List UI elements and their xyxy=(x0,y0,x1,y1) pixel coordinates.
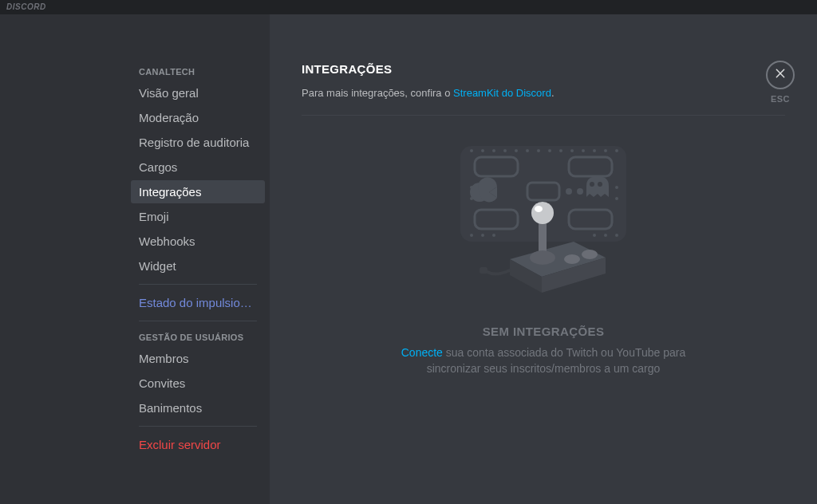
svg-point-27 xyxy=(615,197,618,200)
sidebar-separator xyxy=(139,321,257,321)
close-icon xyxy=(774,67,787,83)
sidebar-item-label: Webhooks xyxy=(139,234,195,248)
svg-point-43 xyxy=(531,202,554,224)
svg-point-33 xyxy=(615,234,618,237)
sidebar-item-members[interactable]: Membros xyxy=(131,347,265,370)
empty-state-title: SEM INTEGRAÇÕES xyxy=(302,325,785,338)
streamkit-link[interactable]: StreamKit do Discord xyxy=(453,87,551,99)
svg-point-29 xyxy=(481,234,484,237)
svg-point-21 xyxy=(593,149,596,152)
sidebar-item-label: Estado do impulsionam... xyxy=(139,296,265,309)
sidebar-item-label: Widget xyxy=(139,259,176,273)
svg-point-8 xyxy=(566,188,572,195)
sidebar-item-label: Excluir servidor xyxy=(139,438,221,451)
sidebar-separator xyxy=(139,426,257,427)
close-button[interactable] xyxy=(766,61,795,89)
svg-point-17 xyxy=(548,149,551,152)
svg-point-44 xyxy=(535,206,543,212)
sidebar-item-delete-server[interactable]: Excluir servidor xyxy=(131,433,265,456)
svg-point-14 xyxy=(515,149,518,152)
svg-point-40 xyxy=(582,250,598,259)
subtitle-suffix: . xyxy=(551,87,555,99)
close-area: ESC xyxy=(766,61,795,104)
svg-point-42 xyxy=(530,250,555,265)
svg-point-31 xyxy=(593,234,596,237)
sidebar-separator xyxy=(139,284,257,285)
page-title: INTEGRAÇÕES xyxy=(302,62,785,76)
sidebar-item-audit-log[interactable]: Registro de auditoria xyxy=(131,131,265,154)
svg-point-35 xyxy=(598,182,602,187)
sidebar-item-label: Visão geral xyxy=(139,86,199,100)
app-wordmark: DISCORD xyxy=(6,2,46,11)
svg-point-20 xyxy=(582,149,585,152)
sidebar-header-server: CANALTECH xyxy=(131,62,265,81)
sidebar-item-label: Moderação xyxy=(139,111,199,124)
integrations-empty-state: SEM INTEGRAÇÕES Conecte sua conta associ… xyxy=(302,140,785,377)
empty-state-text: sua conta associada do Twitch ou YouTube… xyxy=(427,346,686,375)
sidebar-item-roles[interactable]: Cargos xyxy=(131,156,265,179)
svg-point-34 xyxy=(590,182,594,187)
sidebar-item-label: Convites xyxy=(139,376,185,390)
svg-point-30 xyxy=(492,234,495,237)
empty-state-description: Conecte sua conta associada do Twitch ou… xyxy=(376,345,711,377)
joystick-illustration-icon xyxy=(432,140,655,302)
svg-point-11 xyxy=(481,149,484,152)
sidebar-header-user-mgmt: GESTÃO DE USUÁRIOS xyxy=(131,328,265,347)
svg-point-25 xyxy=(615,186,618,189)
sidebar-item-moderation[interactable]: Moderação xyxy=(131,106,265,129)
settings-nav: CANALTECH Visão geral Moderação Registro… xyxy=(120,14,270,504)
sidebar-item-label: Banimentos xyxy=(139,401,202,415)
settings-sidebar: CANALTECH Visão geral Moderação Registro… xyxy=(0,14,270,504)
sidebar-item-bans[interactable]: Banimentos xyxy=(131,396,265,419)
sidebar-item-label: Emoji xyxy=(139,210,169,223)
svg-point-18 xyxy=(559,149,562,152)
sidebar-item-label: Integrações xyxy=(139,185,201,199)
sidebar-item-overview[interactable]: Visão geral xyxy=(131,81,265,104)
svg-point-39 xyxy=(564,254,580,264)
svg-point-23 xyxy=(615,149,618,152)
svg-point-32 xyxy=(604,234,607,237)
svg-point-16 xyxy=(537,149,540,152)
sidebar-item-label: Cargos xyxy=(139,160,177,174)
connect-account-link[interactable]: Conecte xyxy=(401,346,443,359)
svg-point-13 xyxy=(503,149,507,152)
close-label: ESC xyxy=(766,94,795,104)
svg-point-28 xyxy=(470,234,473,237)
sidebar-item-emoji[interactable]: Emoji xyxy=(131,205,265,228)
svg-point-12 xyxy=(492,149,495,152)
titlebar: DISCORD xyxy=(0,0,817,14)
svg-rect-45 xyxy=(480,267,487,274)
svg-point-10 xyxy=(470,149,473,152)
sidebar-item-boost-status[interactable]: Estado do impulsionam... xyxy=(131,291,265,314)
sidebar-item-webhooks[interactable]: Webhooks xyxy=(131,230,265,253)
svg-point-15 xyxy=(526,149,529,152)
svg-point-19 xyxy=(570,149,574,152)
sidebar-item-label: Registro de auditoria xyxy=(139,136,249,149)
integrations-subtitle: Para mais integrações, confira o StreamK… xyxy=(302,87,785,116)
server-settings-layer: CANALTECH Visão geral Moderação Registro… xyxy=(0,14,817,504)
sidebar-item-integrations[interactable]: Integrações xyxy=(131,180,265,203)
sidebar-item-widget[interactable]: Widget xyxy=(131,254,265,278)
svg-point-22 xyxy=(604,149,607,152)
sidebar-item-invites[interactable]: Convites xyxy=(131,372,265,395)
sidebar-item-label: Membros xyxy=(139,352,189,365)
settings-content: ESC INTEGRAÇÕES Para mais integrações, c… xyxy=(270,14,817,504)
subtitle-text: Para mais integrações, confira o xyxy=(302,87,453,99)
svg-point-9 xyxy=(577,188,583,195)
